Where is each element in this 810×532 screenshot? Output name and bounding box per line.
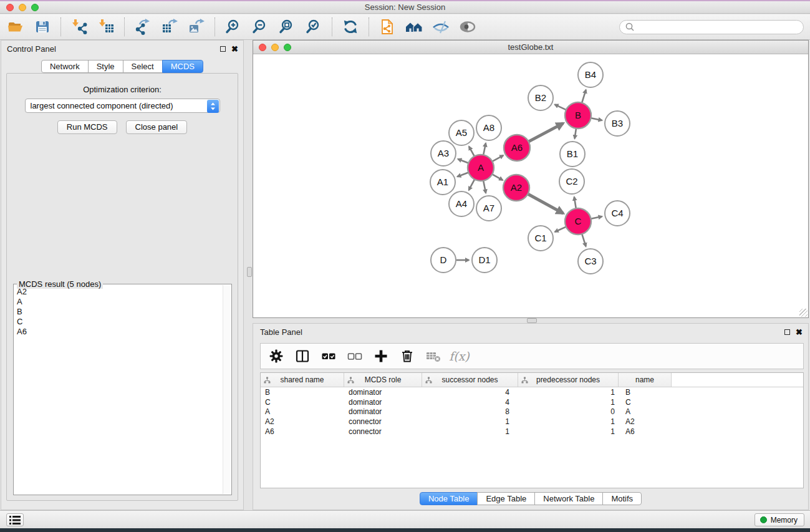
search-icon <box>625 22 635 32</box>
zoom-fit-button[interactable] <box>276 17 297 36</box>
memory-button[interactable]: Memory <box>755 513 804 526</box>
open-session-button[interactable] <box>5 17 26 36</box>
import-table-button[interactable] <box>95 17 117 36</box>
export-network-button[interactable] <box>132 17 153 36</box>
function-builder-button[interactable]: f(x) <box>448 347 471 365</box>
show-graphics-details-button[interactable] <box>457 17 478 36</box>
select-all-button[interactable] <box>317 347 340 365</box>
zoom-network-button[interactable] <box>284 44 291 51</box>
horizontal-split-handle[interactable] <box>527 318 537 323</box>
graph-node-label: D <box>440 254 447 265</box>
column-header-name[interactable]: name <box>619 373 672 387</box>
table-options-button[interactable] <box>264 347 287 365</box>
graph-edge-A-A3[interactable] <box>458 159 468 163</box>
zoom-selected-button[interactable] <box>303 17 324 36</box>
column-header-successor-nodes[interactable]: successor nodes <box>422 373 518 387</box>
graph-edge-B-B2[interactable] <box>555 105 566 110</box>
export-image-button[interactable] <box>186 17 207 36</box>
graph-edge-C-C3[interactable] <box>582 234 586 246</box>
graph-edge-A-A7[interactable] <box>483 181 486 193</box>
close-table-panel-icon[interactable]: ✖ <box>796 329 803 336</box>
mcds-result-item[interactable]: C <box>17 317 222 327</box>
network-window-title: testGlobe.txt <box>508 42 554 52</box>
graph-edge-A-A1[interactable] <box>457 172 468 177</box>
table-cell-mcds-role: connector <box>344 417 422 426</box>
hide-selected-button[interactable] <box>430 17 451 36</box>
graph-edge-A2-C[interactable] <box>528 194 563 213</box>
show-column-button[interactable] <box>291 347 314 365</box>
table-row[interactable]: Adominator80A <box>261 407 803 417</box>
import-network-button[interactable] <box>69 17 90 36</box>
toolbar-separator <box>124 17 125 36</box>
graph-node-label: A1 <box>437 177 448 187</box>
table-tab-node-table[interactable]: Node Table <box>420 492 478 505</box>
graph-node-label: D1 <box>478 254 490 265</box>
column-header-mcds-role[interactable]: MCDS role <box>344 373 422 387</box>
delete-column-button[interactable] <box>395 347 418 365</box>
close-panel-button[interactable]: Close panel <box>126 120 188 134</box>
mcds-result-item[interactable]: A <box>17 297 222 307</box>
search-box <box>619 20 804 34</box>
export-table-button[interactable] <box>159 17 180 36</box>
graph-edge-A-A4[interactable] <box>469 180 475 190</box>
zoom-window-button[interactable] <box>31 4 39 11</box>
graph-edge-C-C4[interactable] <box>591 216 602 219</box>
graph-edge-A6-B[interactable] <box>529 123 564 142</box>
new-network-button[interactable] <box>377 17 398 36</box>
tab-network[interactable]: Network <box>41 60 89 73</box>
result-scrollbar[interactable] <box>223 285 231 494</box>
tab-style[interactable]: Style <box>88 60 123 73</box>
criterion-selected-value: largest connected component (directed) <box>26 101 173 110</box>
graph-edge-C-C1[interactable] <box>555 227 566 232</box>
graph-edge-A-A2[interactable] <box>492 174 503 180</box>
run-mcds-button[interactable]: Run MCDS <box>57 120 117 134</box>
table-row[interactable]: Bdominator41B <box>261 387 803 397</box>
graph-node-label: B4 <box>585 69 596 80</box>
float-panel-icon[interactable] <box>220 46 226 52</box>
unselect-all-button[interactable] <box>343 347 366 365</box>
add-column-button[interactable] <box>369 347 392 365</box>
export-image-icon <box>188 19 205 35</box>
minimize-window-button[interactable] <box>19 4 26 11</box>
close-window-button[interactable] <box>6 4 14 11</box>
first-neighbors-button[interactable] <box>403 17 425 36</box>
close-panel-icon[interactable]: ✖ <box>231 46 238 52</box>
vertical-split-handle[interactable] <box>247 267 252 277</box>
graph-edge-B-B3[interactable] <box>591 118 602 120</box>
tab-select[interactable]: Select <box>123 60 163 73</box>
table-tab-network-table[interactable]: Network Table <box>534 492 603 505</box>
window-resize-grip[interactable] <box>799 309 808 317</box>
close-network-button[interactable] <box>259 44 266 51</box>
tab-mcds[interactable]: MCDS <box>162 60 203 73</box>
table-row[interactable]: A2connector11A2 <box>261 417 803 427</box>
control-panel-title: Control Panel <box>7 44 56 54</box>
graph-edge-A-A6[interactable] <box>492 155 503 162</box>
table-tab-edge-table[interactable]: Edge Table <box>477 492 535 505</box>
column-header-predecessor-nodes[interactable]: predecessor nodes <box>518 373 619 387</box>
graph-node-label: A6 <box>511 142 523 153</box>
graph-edge-B-B1[interactable] <box>575 128 576 138</box>
table-row[interactable]: Cdominator41C <box>261 397 803 407</box>
save-session-button[interactable] <box>32 17 53 36</box>
network-window-titlebar[interactable]: testGlobe.txt <box>253 41 808 54</box>
table-cell-shared-name: A2 <box>261 417 344 426</box>
table-tab-motifs[interactable]: Motifs <box>602 492 642 505</box>
search-input[interactable] <box>635 22 798 32</box>
graph-edge-A-A8[interactable] <box>483 143 486 155</box>
apply-layout-button[interactable] <box>340 17 361 36</box>
zoom-in-button[interactable] <box>223 17 244 36</box>
mcds-result-item[interactable]: A6 <box>17 327 222 337</box>
task-history-button[interactable] <box>6 513 24 526</box>
criterion-dropdown[interactable]: largest connected component (directed) <box>25 99 220 113</box>
float-table-panel-icon[interactable] <box>784 329 790 335</box>
column-header-shared-name[interactable]: shared name <box>261 373 344 387</box>
graph-edge-A-A5[interactable] <box>469 147 475 157</box>
minimize-network-button[interactable] <box>271 44 279 51</box>
zoom-out-button[interactable] <box>249 17 271 36</box>
graph-edge-C-C2[interactable] <box>574 197 576 209</box>
network-canvas[interactable]: B4B2BB3A8A5A6A3B1AC2A1A2A4A7C4CC1DD1C3 <box>253 54 808 317</box>
graph-edge-B-B4[interactable] <box>582 90 586 103</box>
table-row[interactable]: A6connector11A6 <box>261 427 803 437</box>
delete-table-button[interactable] <box>422 347 445 365</box>
mcds-result-item[interactable]: B <box>17 307 222 317</box>
